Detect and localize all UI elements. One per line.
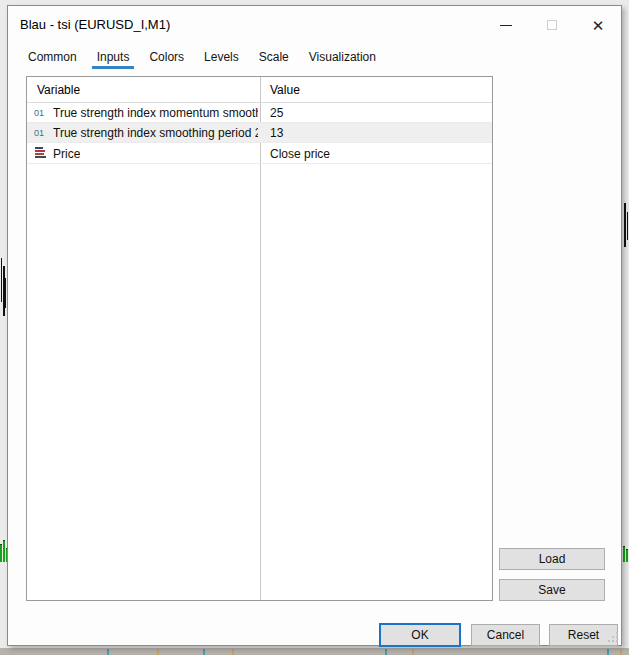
numeric-parameter-icon: 01	[34, 126, 50, 140]
table-row-selected[interactable]: 01 True strength index smoothing period …	[27, 123, 492, 143]
background-chart-line	[627, 212, 628, 240]
load-button[interactable]: Load	[499, 548, 605, 570]
axis-tick	[157, 649, 159, 655]
window-title: Blau - tsi (EURUSD_I,M1)	[20, 17, 170, 32]
table-row[interactable]: 01 True strength index momentum smoothi.…	[27, 103, 492, 123]
title-bar[interactable]: Blau - tsi (EURUSD_I,M1) ✕	[8, 6, 621, 44]
background-volume-bar	[623, 546, 625, 562]
tab-inputs[interactable]: Inputs	[92, 46, 135, 69]
window-controls: ✕	[483, 6, 621, 44]
price-parameter-icon	[34, 147, 46, 159]
close-icon: ✕	[592, 18, 605, 33]
tab-levels[interactable]: Levels	[199, 46, 244, 69]
background-chart-line	[5, 278, 6, 308]
tab-scale[interactable]: Scale	[254, 46, 294, 69]
table-header-row: Variable Value	[27, 77, 492, 103]
maximize-icon	[547, 20, 557, 30]
indicator-properties-dialog: Blau - tsi (EURUSD_I,M1) ✕ Common Inputs…	[7, 5, 622, 646]
variable-value[interactable]: 13	[270, 126, 283, 140]
ok-button[interactable]: OK	[379, 623, 461, 647]
variable-name: True strength index momentum smoothi...	[53, 106, 258, 120]
background-chart-axis-strip	[0, 648, 629, 655]
variable-value[interactable]: Close price	[270, 147, 330, 161]
parameters-table: Variable Value 01 True strength index mo…	[26, 76, 493, 601]
variable-name: True strength index smoothing period 2	[53, 126, 258, 140]
axis-tick	[385, 649, 387, 655]
axis-tick	[232, 649, 234, 655]
numeric-parameter-icon: 01	[34, 106, 50, 120]
save-button[interactable]: Save	[499, 579, 605, 601]
background-chart-line	[1, 258, 2, 302]
resize-grip[interactable]	[607, 631, 618, 642]
background-chart-line	[624, 203, 626, 247]
variable-value[interactable]: 25	[270, 106, 283, 120]
background-volume-bar	[0, 544, 2, 562]
tab-colors[interactable]: Colors	[144, 46, 189, 69]
column-header-variable: Variable	[37, 83, 80, 97]
maximize-button[interactable]	[529, 6, 575, 44]
dialog-tabs: Common Inputs Colors Levels Scale Visual…	[23, 46, 381, 69]
cancel-button[interactable]: Cancel	[471, 624, 540, 646]
table-row[interactable]: Price Close price	[27, 144, 492, 164]
minimize-icon	[500, 25, 512, 26]
minimize-button[interactable]	[483, 6, 529, 44]
axis-tick	[607, 649, 609, 655]
axis-tick	[412, 649, 414, 655]
variable-name: Price	[53, 147, 80, 161]
background-volume-bar	[626, 549, 628, 562]
axis-tick	[620, 649, 622, 655]
desktop-background: Blau - tsi (EURUSD_I,M1) ✕ Common Inputs…	[0, 0, 629, 655]
column-header-value: Value	[270, 83, 300, 97]
background-volume-bar	[3, 540, 5, 562]
close-button[interactable]: ✕	[575, 6, 621, 44]
axis-tick	[203, 649, 205, 655]
tab-common[interactable]: Common	[23, 46, 82, 69]
axis-tick	[107, 649, 109, 655]
tab-visualization[interactable]: Visualization	[304, 46, 381, 69]
